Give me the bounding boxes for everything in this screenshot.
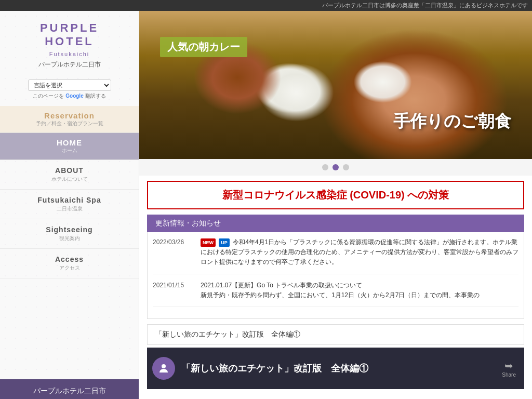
nav-reservation[interactable]: Reservation 予約／料金・宿泊プラン一覧 — [0, 106, 139, 133]
video-preview[interactable]: 「新しい旅のエチケット」改訂版 全体編① ➥ Share — [147, 348, 524, 389]
logo-jp: パープルホテル二日市 — [38, 60, 101, 69]
nav-section: Reservation 予約／料金・宿泊プラン一覧 HOME ホーム ABOUT… — [0, 106, 139, 278]
news-content-1: NEW UP 令和4年4月1日から「プラスチックに係る資源循環の促進等に関する法… — [201, 237, 518, 268]
hero-badge: 人気の朝カレー — [160, 37, 247, 57]
nav-access-jp: アクセス — [5, 264, 134, 272]
slider-dot-1[interactable] — [322, 164, 328, 170]
nav-spa[interactable]: Futsukaichi Spa 二日市温泉 — [0, 190, 139, 219]
main-content: 人気の朝カレー 手作りのご朝食 新型コロナウイルス感染症 (COVID-19) … — [139, 11, 532, 399]
news-date-2: 2021/01/15 — [153, 281, 194, 300]
news-text-1: 令和4年4月1日から「プラスチックに係る資源循環の促進等に関する法律」が施行され… — [201, 238, 518, 265]
nav-reservation-jp: 予約／料金・宿泊プラン一覧 — [5, 120, 134, 127]
sidebar-bottom-button[interactable]: パープルホテル二日市 — [0, 379, 139, 399]
news-item-2: 2021/01/15 2021.01.07【更新】Go To トラベル事業の取扱… — [153, 281, 518, 307]
language-select[interactable]: 言語を選択 English 中文 한국어 — [28, 79, 111, 91]
news-text-2: 2021.01.07【更新】Go To トラベル事業の取扱いについて新規予約・既… — [201, 282, 480, 299]
hero-image: 人気の朝カレー 手作りのご朝食 — [139, 11, 532, 159]
nav-sightseeing-en: Sightseeing — [5, 225, 134, 234]
nav-home-en: HOME — [5, 138, 134, 147]
slider-dot-3[interactable] — [343, 164, 349, 170]
nav-access-en: Access — [5, 255, 134, 263]
translate-label-pre: このページを — [33, 93, 64, 99]
news-item-1: 2022/03/26 NEW UP 令和4年4月1日から「プラスチックに係る資源… — [153, 237, 518, 274]
travel-section: 「新しい旅のエチケット」改訂版 全体編① — [147, 324, 524, 345]
top-bar: パープルホテル二日市は博多の奥座敷「二日市温泉」にあるビジネスホテルです — [0, 0, 532, 11]
slider-dots — [139, 159, 532, 176]
sidebar: PURPLE HOTEL Futsukaichi パープルホテル二日市 言語を選… — [0, 11, 139, 399]
nav-home[interactable]: HOME ホーム — [0, 133, 139, 160]
nav-home-jp: ホーム — [5, 147, 134, 154]
nav-sightseeing-jp: 観光案内 — [5, 235, 134, 242]
news-container: 2022/03/26 NEW UP 令和4年4月1日から「プラスチックに係る資源… — [147, 232, 524, 319]
nav-sightseeing[interactable]: Sightseeing 観光案内 — [0, 219, 139, 249]
travel-title: 「新しい旅のエチケット」改訂版 全体編① — [155, 330, 516, 339]
nav-access[interactable]: Access アクセス — [0, 249, 139, 278]
news-date-1: 2022/03/26 — [153, 237, 194, 268]
google-label: Google — [65, 93, 83, 99]
news-content-2: 2021.01.07【更新】Go To トラベル事業の取扱いについて新規予約・既… — [201, 281, 480, 300]
covid-notice[interactable]: 新型コロナウイルス感染症 (COVID-19) への対策 — [147, 181, 524, 209]
badge-up-1: UP — [219, 238, 230, 247]
logo-line1: PURPLE — [38, 21, 101, 35]
nav-about-en: ABOUT — [5, 166, 134, 175]
google-translate-widget: 言語を選択 English 中文 한국어 このページを Google 翻訳する — [28, 79, 111, 100]
video-title: 「新しい旅のエチケット」改訂版 全体編① — [181, 362, 368, 375]
top-bar-text: パープルホテル二日市は博多の奥座敷「二日市温泉」にあるビジネスホテルです — [322, 2, 528, 8]
svg-point-0 — [162, 364, 166, 368]
translate-label-post: 翻訳する — [85, 93, 106, 99]
covid-text: 新型コロナウイルス感染症 (COVID-19) への対策 — [222, 189, 449, 201]
logo-area: PURPLE HOTEL Futsukaichi パープルホテル二日市 — [38, 21, 101, 69]
nav-about-jp: ホテルについて — [5, 176, 134, 183]
share-icon: ➥ — [504, 359, 513, 371]
nav-spa-en: Futsukaichi Spa — [5, 196, 134, 204]
hero-slider: 人気の朝カレー 手作りのご朝食 — [139, 11, 532, 159]
video-share[interactable]: ➥ Share — [502, 359, 516, 377]
translate-label: このページを Google 翻訳する — [28, 92, 111, 100]
nav-about[interactable]: ABOUT ホテルについて — [0, 160, 139, 190]
nav-reservation-en: Reservation — [5, 111, 134, 120]
logo-sub: Futsukaichi — [38, 51, 101, 57]
nav-spa-jp: 二日市温泉 — [5, 205, 134, 212]
news-header: 更新情報・お知らせ — [147, 215, 524, 232]
hero-main-text: 手作りのご朝食 — [393, 110, 511, 133]
slider-dot-2[interactable] — [332, 164, 339, 170]
video-avatar — [152, 357, 175, 380]
share-label: Share — [502, 371, 516, 377]
badge-new-1: NEW — [201, 238, 216, 247]
logo-line2: HOTEL — [38, 35, 101, 48]
